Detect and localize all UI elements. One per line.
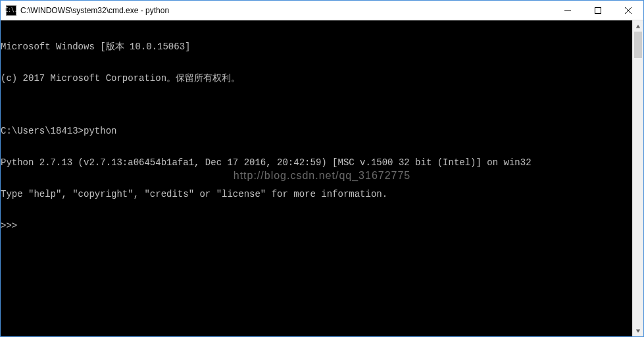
terminal[interactable]: Microsoft Windows [版本 10.0.15063] (c) 20… <box>1 20 632 336</box>
scroll-track[interactable] <box>633 32 643 325</box>
svg-rect-1 <box>595 7 601 13</box>
terminal-line: C:\Users\18413>python <box>1 126 632 136</box>
terminal-line: (c) 2017 Microsoft Corporation。保留所有权利。 <box>1 73 632 84</box>
scroll-up-button[interactable] <box>633 20 643 32</box>
titlebar[interactable]: C:\. C:\WINDOWS\system32\cmd.exe - pytho… <box>1 1 643 20</box>
window-controls <box>553 1 643 20</box>
minimize-button[interactable] <box>553 1 583 20</box>
close-button[interactable] <box>613 1 643 20</box>
vertical-scrollbar[interactable] <box>632 20 643 336</box>
terminal-prompt: >>> <box>1 220 632 231</box>
terminal-line: Microsoft Windows [版本 10.0.15063] <box>1 41 632 52</box>
scroll-thumb[interactable] <box>634 32 642 58</box>
scroll-down-button[interactable] <box>633 325 643 336</box>
svg-marker-5 <box>636 329 640 332</box>
cmd-window: C:\. C:\WINDOWS\system32\cmd.exe - pytho… <box>0 0 644 337</box>
svg-marker-4 <box>636 24 640 28</box>
terminal-area: Microsoft Windows [版本 10.0.15063] (c) 20… <box>1 20 643 336</box>
terminal-line: Python 2.7.13 (v2.7.13:a06454b1afa1, Dec… <box>1 157 632 168</box>
terminal-line: Type "help", "copyright", "credits" or "… <box>1 189 632 199</box>
maximize-button[interactable] <box>583 1 613 20</box>
window-title: C:\WINDOWS\system32\cmd.exe - python <box>20 6 553 15</box>
cmd-icon: C:\. <box>6 5 16 16</box>
